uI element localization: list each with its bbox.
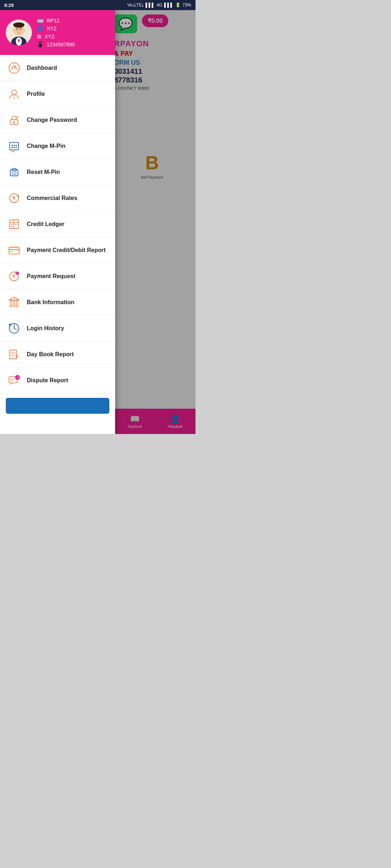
svg-rect-50 bbox=[10, 246, 18, 248]
svg-point-13 bbox=[18, 30, 20, 32]
battery-icon: 🔋 bbox=[175, 3, 181, 8]
svg-point-29 bbox=[13, 146, 15, 148]
user-info: 🪪 RP12 👤 XYZ ⊞ XYZ 📱 1234567890 bbox=[37, 17, 75, 48]
payment-credit-debit-label: Payment Credit/Debit Report bbox=[27, 247, 106, 254]
svg-rect-12 bbox=[20, 28, 22, 29]
bottom-action-button[interactable] bbox=[6, 398, 109, 414]
dashboard-label: Dashboard bbox=[27, 65, 57, 71]
menu-item-change-password[interactable]: Change Password bbox=[0, 107, 115, 133]
main-container: 💬 ₹0.00 RPAYON & PAY ORM US 0031411 8778… bbox=[0, 10, 196, 434]
battery-percent: 73% bbox=[182, 3, 191, 8]
status-icons: Vo₁LTE₂ ▌▌▌ 4G ▌▌▌ 🔋 73% bbox=[127, 3, 191, 8]
svg-point-10 bbox=[20, 29, 21, 30]
commercial-rates-label: Commercial Rates bbox=[27, 195, 77, 201]
svg-rect-59 bbox=[13, 301, 15, 306]
menu-item-login-history[interactable]: Login History bbox=[0, 315, 115, 341]
user-id: RP12 bbox=[47, 18, 59, 24]
svg-point-37 bbox=[14, 174, 15, 175]
svg-point-28 bbox=[11, 146, 13, 148]
change-password-label: Change Password bbox=[27, 117, 77, 123]
login-history-label: Login History bbox=[27, 325, 64, 332]
credit-ledger-icon bbox=[7, 217, 21, 231]
svg-rect-20 bbox=[13, 96, 15, 99]
login-history-icon bbox=[7, 322, 21, 335]
svg-rect-46 bbox=[11, 226, 13, 227]
svg-point-19 bbox=[12, 90, 16, 94]
user-id-row: 🪪 RP12 bbox=[37, 17, 75, 24]
svg-point-38 bbox=[15, 174, 16, 175]
svg-point-33 bbox=[12, 172, 13, 173]
menu-item-dashboard[interactable]: Dashboard bbox=[0, 55, 115, 81]
menu-item-change-mpin[interactable]: Change M-Pin bbox=[0, 133, 115, 159]
phone-icon: 📱 bbox=[37, 41, 44, 48]
svg-point-30 bbox=[16, 146, 17, 148]
drawer-header: 🪪 RP12 👤 XYZ ⊞ XYZ 📱 1234567890 bbox=[0, 10, 115, 55]
status-time: 8:29 bbox=[4, 3, 14, 8]
change-mpin-label: Change M-Pin bbox=[27, 143, 66, 149]
svg-point-6 bbox=[14, 23, 24, 28]
change-password-icon bbox=[7, 113, 21, 127]
payment-request-label: Payment Request bbox=[27, 273, 75, 280]
svg-rect-11 bbox=[16, 28, 18, 29]
menu-item-payment-credit-debit[interactable]: Payment Credit/Debit Report bbox=[0, 237, 115, 263]
day-book-report-label: Day Book Report bbox=[27, 351, 74, 358]
profile-label: Profile bbox=[27, 91, 45, 97]
reset-mpin-icon bbox=[7, 165, 21, 179]
reset-mpin-label: Reset M-Pin bbox=[27, 169, 60, 175]
svg-rect-58 bbox=[10, 301, 12, 306]
menu-item-reset-mpin[interactable]: Reset M-Pin bbox=[0, 159, 115, 185]
menu-item-profile[interactable]: Profile bbox=[0, 81, 115, 107]
user-phone: 1234567890 bbox=[47, 42, 75, 47]
svg-point-36 bbox=[12, 174, 13, 175]
change-mpin-icon bbox=[7, 139, 21, 153]
svg-point-22 bbox=[13, 121, 15, 123]
org-name-row: ⊞ XYZ bbox=[37, 33, 75, 40]
navigation-drawer: 🪪 RP12 👤 XYZ ⊞ XYZ 📱 1234567890 bbox=[0, 10, 115, 434]
svg-point-35 bbox=[15, 172, 16, 173]
network-bars-icon: ▌▌▌ bbox=[146, 3, 155, 8]
org-name: XYZ bbox=[45, 34, 54, 39]
bank-information-label: Bank Information bbox=[27, 299, 75, 306]
svg-point-26 bbox=[13, 145, 15, 146]
credit-ledger-label: Credit Ledger bbox=[27, 221, 64, 227]
svg-point-18 bbox=[13, 67, 15, 69]
user-name: XYZ bbox=[47, 26, 56, 31]
svg-text:₹: ₹ bbox=[12, 274, 15, 279]
avatar bbox=[6, 20, 32, 46]
person-icon: 👤 bbox=[37, 25, 44, 32]
dispute-report-icon: ✓ bbox=[7, 374, 21, 387]
dashboard-icon bbox=[7, 61, 21, 75]
commercial-rates-icon: ₹ bbox=[7, 191, 21, 205]
day-book-report-icon bbox=[7, 348, 21, 361]
profile-icon bbox=[7, 87, 21, 101]
bank-information-icon bbox=[7, 295, 21, 309]
status-bar: 8:29 Vo₁LTE₂ ▌▌▌ 4G ▌▌▌ 🔋 73% bbox=[0, 0, 196, 10]
svg-point-34 bbox=[14, 172, 15, 173]
user-name-row: 👤 XYZ bbox=[37, 25, 75, 32]
dispute-report-label: Dispute Report bbox=[27, 377, 68, 384]
svg-rect-47 bbox=[9, 247, 19, 254]
payment-credit-debit-icon bbox=[7, 243, 21, 257]
phone-row: 📱 1234567890 bbox=[37, 41, 75, 48]
svg-text:✓: ✓ bbox=[17, 376, 20, 379]
svg-point-14 bbox=[12, 29, 14, 31]
menu-item-dispute-report[interactable]: ✓ Dispute Report bbox=[0, 367, 115, 393]
avatar-image bbox=[6, 20, 31, 45]
svg-point-9 bbox=[17, 29, 18, 30]
svg-rect-49 bbox=[10, 251, 13, 252]
svg-point-27 bbox=[16, 145, 17, 146]
svg-text:₹: ₹ bbox=[12, 195, 16, 201]
svg-point-15 bbox=[24, 29, 26, 31]
svg-rect-44 bbox=[11, 224, 13, 225]
menu-item-bank-information[interactable]: Bank Information bbox=[0, 289, 115, 315]
drawer-menu: Dashboard Profile bbox=[0, 55, 115, 434]
menu-item-credit-ledger[interactable]: Credit Ledger bbox=[0, 211, 115, 237]
menu-item-day-book-report[interactable]: Day Book Report bbox=[0, 341, 115, 367]
grid-icon: ⊞ bbox=[37, 33, 42, 40]
drawer-bottom-button-area bbox=[0, 393, 115, 418]
menu-item-payment-request[interactable]: ₹ ! Payment Request bbox=[0, 263, 115, 289]
svg-marker-55 bbox=[9, 297, 19, 300]
payment-request-icon: ₹ ! bbox=[7, 269, 21, 283]
svg-point-25 bbox=[11, 145, 13, 146]
menu-item-commercial-rates[interactable]: ₹ Commercial Rates bbox=[0, 185, 115, 211]
